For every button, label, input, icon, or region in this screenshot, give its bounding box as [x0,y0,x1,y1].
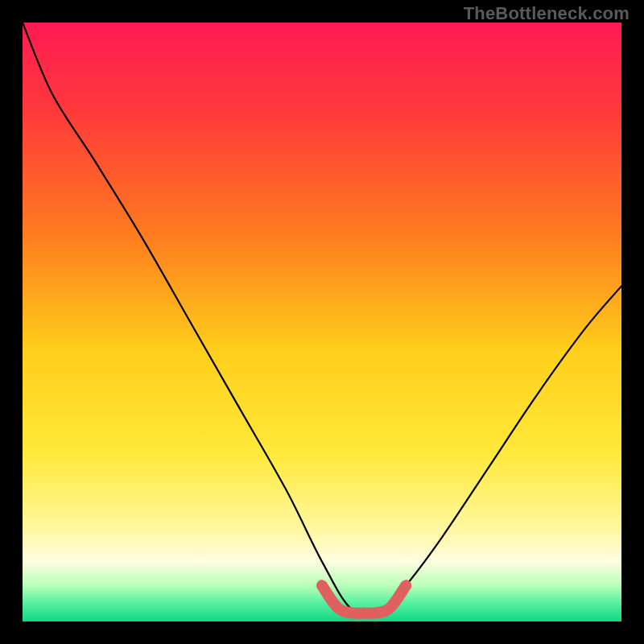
watermark-text: TheBottleneck.com [464,3,630,24]
plot-area [23,23,621,621]
chart-frame: TheBottleneck.com [0,0,644,644]
chart-svg [23,23,621,621]
gradient-background [23,23,621,621]
